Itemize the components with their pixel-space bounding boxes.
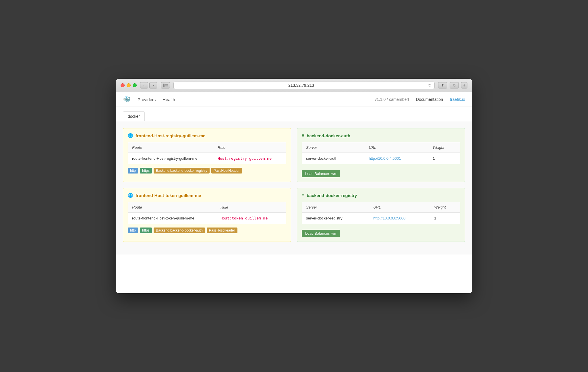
col-weight-2: Weight: [430, 202, 460, 213]
globe-icon-2: 🌐: [128, 193, 133, 198]
col-route-1: Route: [128, 142, 214, 153]
table-row: route-frontend-Host-registry-guillem-me …: [128, 153, 286, 164]
weight-cell-1: 1: [429, 153, 460, 164]
frontend-card-1: 🌐 frontend-Host-registry-guillem-me Rout…: [123, 128, 291, 182]
tag-backend-1: Backend:backend-docker-registry: [154, 168, 210, 174]
col-url-2: URL: [369, 202, 430, 213]
route-cell-2: route-frontend-Host-token-guillem-me: [128, 213, 216, 224]
tag-passhost-1: PassHostHeader: [211, 168, 242, 174]
tabs-bar: docker: [116, 107, 472, 121]
new-tab-button[interactable]: +: [461, 82, 467, 88]
backend-card-1-title: ≡ backend-docker-auth: [302, 133, 460, 138]
nav-buttons: ‹ ›: [140, 82, 157, 88]
url-cell-1: http://10.0.0.4:5001: [365, 153, 429, 164]
backend-card-2: ≡ backend-docker-registry Server URL Wei…: [297, 188, 465, 242]
fullscreen-button[interactable]: [133, 83, 137, 87]
tag-backend-2: Backend:backend-docker-auth: [154, 228, 205, 233]
rule-cell-2: Host:token.guillem.me: [216, 213, 286, 224]
rule-value-1: Host:registry.guillem.me: [218, 156, 272, 161]
cards-row-1: 🌐 frontend-Host-registry-guillem-me Rout…: [123, 128, 465, 182]
col-rule-1: Rule: [214, 142, 286, 153]
col-rule-2: Rule: [216, 202, 286, 213]
sidebar-toggle-button[interactable]: [161, 82, 170, 88]
backend-table-1: Server URL Weight server-docker-auth htt…: [302, 142, 460, 164]
frontend-card-2-title: 🌐 frontend-Host-token-guillem-me: [128, 193, 286, 198]
frontend-table-1: Route Rule route-frontend-Host-registry-…: [128, 142, 286, 164]
svg-rect-0: [163, 84, 165, 87]
table-row: server-docker-auth http://10.0.0.4:5001 …: [302, 153, 460, 164]
tag-https-1: https: [140, 168, 152, 174]
table-row: server-docker-registry http://10.0.0.6:5…: [302, 213, 460, 224]
lb-badge-2: Load Balancer: wrr: [302, 230, 340, 237]
route-cell-1: route-frontend-Host-registry-guillem-me: [128, 153, 214, 164]
app-logo: 🐳: [123, 96, 131, 103]
col-weight-1: Weight: [429, 142, 460, 153]
url-value-2[interactable]: http://10.0.0.6:5000: [373, 216, 405, 220]
minimize-button[interactable]: [127, 83, 131, 87]
svg-rect-3: [165, 86, 168, 86]
lb-badge-1: Load Balancer: wrr: [302, 170, 340, 177]
app-nav-right: v1.1.0 / camembert Documentation traefik…: [375, 97, 465, 102]
frontend-table-2: Route Rule route-frontend-Host-token-gui…: [128, 202, 286, 224]
url-value-1[interactable]: http://10.0.0.4:5001: [369, 156, 401, 161]
close-button[interactable]: [121, 83, 125, 87]
rule-cell-1: Host:registry.guillem.me: [214, 153, 286, 164]
health-link[interactable]: Health: [163, 97, 175, 102]
url-cell-2: http://10.0.0.6:5000: [369, 213, 430, 224]
tags-row-2: http https Backend:backend-docker-auth P…: [128, 228, 286, 233]
globe-icon-1: 🌐: [128, 133, 133, 138]
tag-passhost-2: PassHostHeader: [207, 228, 237, 233]
providers-link[interactable]: Providers: [138, 97, 156, 102]
reload-button[interactable]: ↻: [428, 83, 432, 88]
browser-window: ‹ › 213.32.79.213 ↻ ⬆ ⧉ + 🐳 Provi: [116, 79, 472, 293]
server-icon-1: ≡: [302, 133, 304, 138]
frontend-card-1-title: 🌐 frontend-Host-registry-guillem-me: [128, 133, 286, 138]
share-button[interactable]: ⬆: [438, 82, 447, 88]
rule-value-2: Host:token.guillem.me: [220, 216, 268, 220]
weight-cell-2: 1: [430, 213, 460, 224]
tag-http-2: http: [128, 228, 138, 233]
app-version: v1.1.0 / camembert: [375, 97, 409, 102]
url-bar[interactable]: 213.32.79.213 ↻: [173, 82, 435, 89]
toolbar-right: ⬆ ⧉ +: [438, 82, 467, 88]
col-server-1: Server: [302, 142, 365, 153]
col-server-2: Server: [302, 202, 370, 213]
server-cell-1: server-docker-auth: [302, 153, 365, 164]
frontend-card-2: 🌐 frontend-Host-token-guillem-me Route R…: [123, 188, 291, 242]
forward-button[interactable]: ›: [149, 82, 157, 88]
col-url-1: URL: [365, 142, 429, 153]
title-bar: ‹ › 213.32.79.213 ↻ ⬆ ⧉ +: [116, 79, 472, 92]
tab-overview-button[interactable]: ⧉: [450, 82, 459, 88]
svg-rect-2: [165, 85, 168, 86]
backend-table-2: Server URL Weight server-docker-registry…: [302, 202, 460, 224]
documentation-link[interactable]: Documentation: [416, 97, 443, 102]
svg-rect-1: [165, 84, 168, 85]
back-button[interactable]: ‹: [140, 82, 148, 88]
tab-docker[interactable]: docker: [123, 111, 145, 121]
app-nav: 🐳 Providers Health v1.1.0 / camembert Do…: [116, 92, 472, 107]
tag-http-1: http: [128, 168, 138, 174]
tags-row-1: http https Backend:backend-docker-regist…: [128, 168, 286, 174]
traffic-lights: [121, 83, 137, 87]
traefik-link[interactable]: traefik.io: [450, 97, 465, 102]
main-content: 🌐 frontend-Host-registry-guillem-me Rout…: [116, 121, 472, 255]
server-icon-2: ≡: [302, 193, 304, 198]
app-nav-links: Providers Health: [138, 97, 175, 102]
col-route-2: Route: [128, 202, 216, 213]
backend-card-2-title: ≡ backend-docker-registry: [302, 193, 460, 198]
backend-card-1: ≡ backend-docker-auth Server URL Weight: [297, 128, 465, 182]
tag-https-2: https: [140, 228, 152, 233]
cards-row-2: 🌐 frontend-Host-token-guillem-me Route R…: [123, 188, 465, 242]
table-row: route-frontend-Host-token-guillem-me Hos…: [128, 213, 286, 224]
server-cell-2: server-docker-registry: [302, 213, 370, 224]
app-content: 🐳 Providers Health v1.1.0 / camembert Do…: [116, 92, 472, 293]
url-text: 213.32.79.213: [177, 83, 426, 88]
